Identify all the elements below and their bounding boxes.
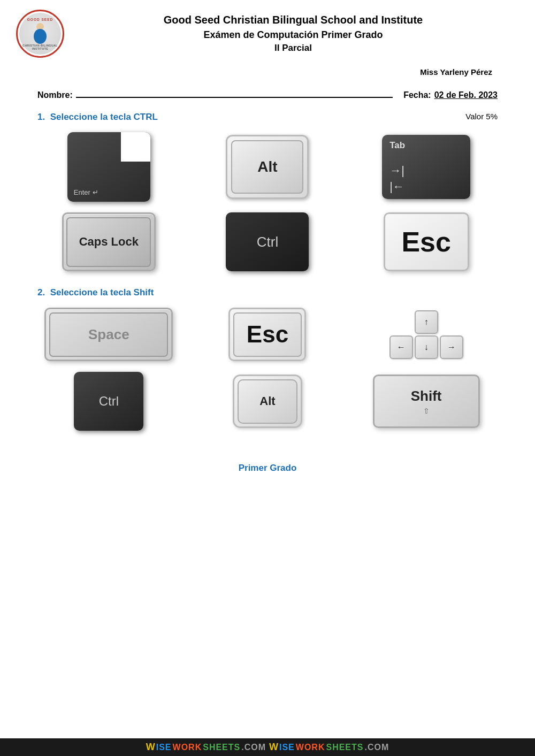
question-2-title: 2. Seleccione la tecla Shift [37,287,498,298]
logo-figure [30,22,50,44]
q1-number: 1. [37,112,45,122]
q2-number: 2. [37,287,45,297]
header-text-block: Good Seed Christian Bilingual School and… [73,10,514,54]
key-cell-esc2: Esc [196,308,339,361]
key-cell-space: Space [37,308,180,361]
esc-med-inner: Esc [233,312,302,357]
key-arrow-left[interactable]: ← [389,335,413,359]
q2-text: Seleccione la tecla Shift [50,287,154,297]
key-cell-alt2: Alt [196,372,339,431]
esc-large-label: Esc [401,226,451,258]
key-ctrl-dark[interactable]: Ctrl [226,212,309,271]
question-1-title: Valor 5% 1. Seleccione la tecla CTRL [37,112,498,123]
key-cell-ctrl1: Ctrl [196,212,339,271]
tab-arrows: →| |← [389,164,404,194]
nombre-input-line[interactable] [76,87,393,98]
school-name: Good Seed Christian Bilingual School and… [73,14,514,26]
key-tab[interactable]: Tab →| |← [382,135,470,199]
key-shift[interactable]: Shift ⇧ [373,375,480,428]
space-inner: Space [49,312,168,357]
key-alt-small[interactable]: Alt [233,375,302,428]
key-cell-tab: Tab →| |← [355,132,498,202]
capslock-inner: Caps Lock [66,217,151,267]
alt-inner: Alt [231,140,303,194]
student-row: Nombre: Fecha: 02 de Feb. 2023 [0,77,535,100]
school-logo: GOOD SEED CHRISTIAN BILINGUAL INSTITUTE [16,10,64,58]
fecha-value: 02 de Feb. 2023 [434,90,498,100]
key-alt-light[interactable]: Alt [226,135,309,199]
q1-text: Seleccione la tecla CTRL [50,112,158,122]
key-cell-esc1: Esc [355,212,498,271]
key-arrow-down[interactable]: ↓ [415,335,438,359]
footer-logo-right: W ISE WORK SHEETS .COM [269,742,389,753]
shift-label: Shift [411,388,442,404]
logo-top-text: GOOD SEED [27,18,53,21]
arrow-cluster: ↑ ← ↓ → [389,310,463,359]
ctrl-dark-label: Ctrl [257,234,278,250]
parcial-label: II Parcial [73,43,514,54]
ctrl-small-label: Ctrl [99,394,119,409]
alt-small-label: Alt [259,394,275,408]
capslock-label: Caps Lock [79,235,139,249]
alt-small-inner: Alt [238,379,297,424]
svg-point-2 [35,29,45,41]
key-cell-ctrl2: Ctrl [37,372,180,431]
key-arrow-up[interactable]: ↑ [415,310,438,334]
key-cell-enter: Enter ↵ [37,132,180,202]
key-cell-arrows: ↑ ← ↓ → [355,308,498,361]
key-cell-capslock: Caps Lock [37,212,180,271]
header: GOOD SEED CHRISTIAN BILINGUAL INSTITUTE … [0,0,535,58]
footer-bar: W ISE WORK SHEETS .COM W ISE WORK SHEETS… [0,738,535,756]
footer-logo-left: W ISE WORK SHEETS .COM [146,742,266,753]
key-arrow-right[interactable]: → [440,335,463,359]
key-ctrl-small[interactable]: Ctrl [74,372,143,431]
teacher-name: Miss Yarleny Pérez [420,67,492,77]
key-cell-shift: Shift ⇧ [355,372,498,431]
key-esc-large[interactable]: Esc [384,212,469,271]
key-space[interactable]: Space [44,308,173,361]
key-esc-med[interactable]: Esc [228,308,306,361]
key-cell-alt1: Alt [196,132,339,202]
q1-key-grid: Enter ↵ Alt Tab [37,132,498,271]
question-1: Valor 5% 1. Seleccione la tecla CTRL Ent… [37,112,498,271]
questions-section: Valor 5% 1. Seleccione la tecla CTRL Ent… [0,100,535,431]
key-enter[interactable]: Enter ↵ [67,132,150,202]
key-capslock[interactable]: Caps Lock [62,212,156,271]
alt-label: Alt [257,158,277,175]
enter-label: Enter ↵ [74,188,98,196]
space-label: Space [88,326,129,343]
fecha-label: Fecha: [403,90,431,100]
question-2: 2. Seleccione la tecla Shift Space Esc [37,287,498,431]
shift-arrow-icon: ⇧ [423,407,430,415]
tab-label: Tab [389,140,405,151]
enter-cutout [121,132,150,162]
teacher-row: Miss Yarleny Pérez [0,58,535,77]
footer-w-icon: W [146,742,155,753]
footer-w-icon-2: W [269,742,278,753]
esc-med-label: Esc [247,321,288,348]
nombre-label: Nombre: [37,90,73,100]
exam-title: Exámen de Computación Primer Grado [73,29,514,41]
logo-bottom-text: CHRISTIAN BILINGUAL INSTITUTE [19,44,61,50]
primer-grado-label: Primer Grado [0,447,535,479]
q2-key-grid: Space Esc ↑ ← ↓ → [37,308,498,431]
q1-valor: Valor 5% [465,112,498,121]
